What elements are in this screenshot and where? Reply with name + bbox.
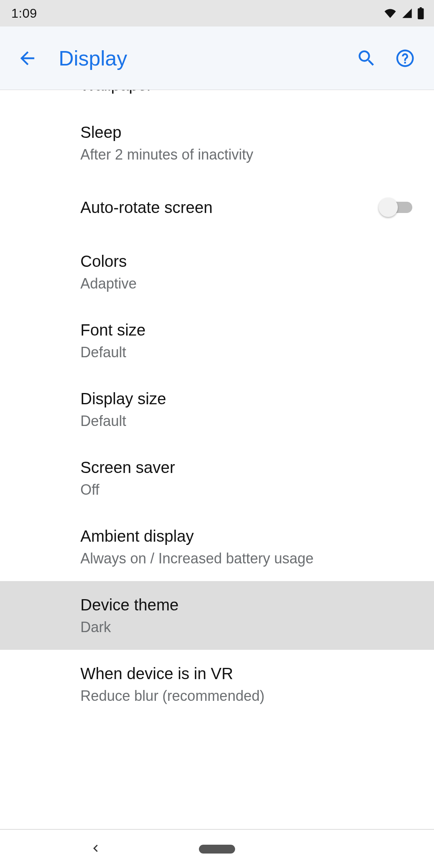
settings-item-wallpaper[interactable]: Wallpaper (0, 90, 434, 108)
back-button[interactable] (14, 45, 40, 71)
status-time: 1:09 (11, 6, 37, 21)
item-subtitle: Off (80, 481, 175, 499)
item-subtitle: Default (80, 412, 166, 430)
navigation-bar (0, 829, 434, 868)
item-title: Auto-rotate screen (80, 197, 213, 217)
settings-item-device-theme[interactable]: Device theme Dark (0, 581, 434, 650)
item-subtitle: Adaptive (80, 274, 137, 293)
switch-thumb (379, 198, 398, 217)
item-title: Screen saver (80, 457, 175, 477)
search-button[interactable] (352, 44, 381, 73)
item-title: Sleep (80, 122, 253, 142)
battery-icon (417, 7, 424, 19)
settings-item-screen-saver[interactable]: Screen saver Off (0, 444, 434, 512)
status-icons (383, 7, 424, 19)
settings-item-font-size[interactable]: Font size Default (0, 306, 434, 375)
item-title: Wallpaper (80, 90, 152, 95)
arrow-back-icon (17, 48, 38, 69)
settings-item-auto-rotate[interactable]: Auto-rotate screen (0, 177, 434, 237)
item-subtitle: Default (80, 343, 145, 361)
item-title: Font size (80, 320, 145, 340)
item-title: When device is in VR (80, 663, 264, 684)
settings-item-colors[interactable]: Colors Adaptive (0, 237, 434, 306)
settings-item-ambient-display[interactable]: Ambient display Always on / Increased ba… (0, 512, 434, 581)
item-subtitle: After 2 minutes of inactivity (80, 145, 253, 164)
settings-item-sleep[interactable]: Sleep After 2 minutes of inactivity (0, 108, 434, 177)
wifi-icon (383, 8, 397, 19)
settings-list[interactable]: Wallpaper Sleep After 2 minutes of inact… (0, 90, 434, 829)
nav-home-pill[interactable] (199, 845, 235, 854)
item-subtitle: Dark (80, 618, 179, 636)
help-icon (395, 48, 416, 69)
help-button[interactable] (391, 44, 420, 73)
settings-item-display-size[interactable]: Display size Default (0, 375, 434, 444)
item-subtitle: Reduce blur (recommended) (80, 687, 264, 705)
item-title: Display size (80, 389, 166, 409)
search-icon (356, 48, 377, 69)
item-subtitle: Always on / Increased battery usage (80, 549, 313, 567)
status-bar: 1:09 (0, 0, 434, 27)
item-title: Device theme (80, 595, 179, 615)
app-bar: Display (0, 27, 434, 90)
settings-item-vr[interactable]: When device is in VR Reduce blur (recomm… (0, 650, 434, 719)
item-title: Ambient display (80, 526, 313, 546)
page-title: Display (59, 46, 342, 70)
nav-back-button[interactable] (88, 841, 103, 857)
chevron-left-icon (88, 841, 103, 856)
cellular-icon (401, 8, 413, 19)
item-title: Colors (80, 251, 137, 271)
auto-rotate-toggle[interactable] (379, 196, 415, 219)
